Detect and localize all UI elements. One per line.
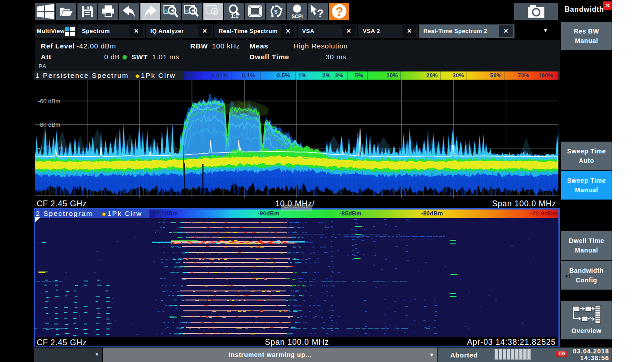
svg-text:?: ? <box>317 7 324 18</box>
svg-text:-60 dBm: -60 dBm <box>38 98 60 105</box>
svg-text:S: S <box>274 9 277 14</box>
svg-text:1:1: 1:1 <box>231 13 238 18</box>
svg-text:SCPI: SCPI <box>292 14 303 19</box>
svg-text:?: ? <box>336 5 343 19</box>
svg-text:-80 dBm: -80 dBm <box>38 121 60 128</box>
